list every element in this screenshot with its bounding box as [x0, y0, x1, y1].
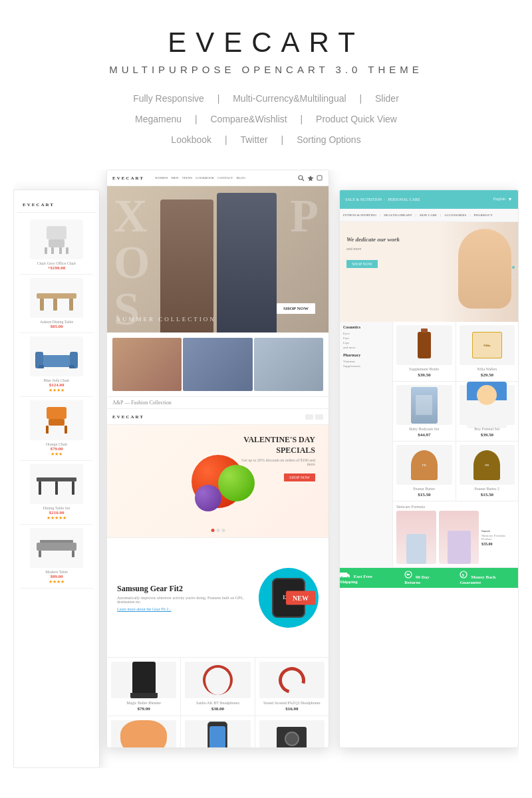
- feature-sorting: Sorting Options: [297, 134, 361, 145]
- sofa-stars: ★★★★: [23, 388, 90, 393]
- cat-eyes: Eyes: [343, 332, 389, 335]
- chair-img: [30, 219, 83, 259]
- h-dot-3: [512, 275, 515, 278]
- svg-point-27: [299, 176, 303, 180]
- fruit-grape: [195, 485, 221, 511]
- nilla-price: $29.50: [460, 372, 515, 378]
- supplement-bottle: [418, 332, 431, 358]
- bodysuit-shape: [411, 387, 438, 424]
- boy-price: $39.50: [460, 432, 515, 438]
- svg-rect-15: [47, 407, 66, 419]
- sep1: |: [217, 93, 223, 104]
- headphone2-name: Sound Around PAZQ3 Headphones: [259, 701, 325, 705]
- bodysuit-img: [396, 385, 452, 425]
- svg-rect-9: [53, 299, 57, 311]
- svg-rect-7: [40, 299, 44, 311]
- health-sub-nav: FITNESS & SPORTING | HEALTH LIBRARY | SK…: [340, 209, 518, 222]
- sep6: |: [281, 134, 287, 145]
- shop-btn-label: SHOP NOW: [277, 303, 315, 314]
- svg-rect-16: [49, 419, 65, 426]
- valentine-text: VALENTINE'S DAYSPECIALS Get up to 20% di…: [235, 435, 315, 481]
- product-grid-main: Magic Bullet Blender $79.99 Sanbu AK BT …: [107, 658, 329, 748]
- svg-rect-5: [59, 247, 62, 254]
- pharmacy-cat-label: Pharmacy: [343, 353, 389, 357]
- sub-nav-skin: SKIN CARE: [420, 213, 437, 217]
- sub-nav-sep4: |: [469, 213, 470, 217]
- val-btn[interactable]: SHOP NOW: [235, 469, 315, 481]
- food-section: VALENTINE'S DAYSPECIALS Get up to 20% di…: [107, 425, 329, 538]
- features-row-1: Fully Responsive | Multi-Currency&Multil…: [13, 88, 519, 109]
- shop-btn[interactable]: SHOP NOW: [277, 303, 315, 314]
- h-dot-1: [512, 266, 515, 269]
- feature-twitter: Twitter: [240, 134, 267, 145]
- pb2-price: $15.50: [460, 492, 515, 497]
- health-shop-btn[interactable]: SHOP NOW: [346, 256, 400, 268]
- pb2-name: Peanut Butter 2: [460, 487, 515, 491]
- svg-rect-21: [72, 481, 74, 495]
- health-nav-items: SALE & NUTRITION | PERSONAL CARE: [345, 198, 420, 201]
- pb1-price: $15.50: [396, 492, 452, 497]
- model-2: [217, 193, 277, 332]
- nilla-img: Nilla: [460, 325, 515, 365]
- product-blender: Magic Bullet Blender $79.99: [107, 658, 180, 716]
- health-prod-boy: Boy Formal Set $39.50: [456, 382, 519, 441]
- model-silhouettes: [160, 186, 280, 332]
- center-nav: EVECART WOMEN MEN TEENS LOOKBOOK CONTACT…: [107, 170, 329, 186]
- headphone1-img-cell: [185, 662, 250, 698]
- model-imgs-row: [107, 332, 329, 397]
- model-img-3: [254, 338, 323, 391]
- cat-lips: Lips: [343, 341, 389, 344]
- boy-shape: [467, 382, 507, 428]
- center-nav-items: WOMEN MEN TEENS LOOKBOOK CONTACT BLOG: [155, 176, 245, 180]
- svg-rect-8: [69, 299, 73, 311]
- peaches-shape: [120, 720, 167, 748]
- nav-sep: |: [384, 198, 385, 201]
- health-shop-label: SHOP NOW: [346, 260, 378, 268]
- sep2: |: [359, 93, 364, 104]
- bodysuit-name: Baby Bodysuit Set: [396, 427, 452, 431]
- h-dot-2: [512, 271, 515, 273]
- header: EVECART MULTIPURPOSE OPENCART 3.0 THEME …: [0, 0, 532, 163]
- nav-icons: [298, 175, 323, 182]
- blender-price: $79.99: [111, 706, 176, 712]
- lang-select: English: [493, 197, 505, 202]
- svg-rect-0: [47, 226, 66, 239]
- product-camera: HP Cafe Service Premium $107.46: [255, 716, 329, 748]
- skincare-section: Skincare Formula Sanofi Skincare Formula…: [393, 501, 518, 567]
- peaches-img-cell: [111, 720, 176, 748]
- svg-rect-25: [39, 551, 41, 557]
- svg-rect-17: [46, 426, 49, 434]
- nav-women: WOMEN: [155, 176, 168, 180]
- headphone2-shape: [274, 662, 311, 699]
- headphone2-img-cell: [259, 662, 325, 698]
- pb2-shape: PB: [473, 450, 500, 480]
- pb1-img: PB: [396, 445, 452, 485]
- tech-link[interactable]: Learn more about the Gear Fit 2...: [117, 607, 252, 611]
- blender-shape: [132, 662, 156, 698]
- boy-img: [460, 385, 515, 425]
- tech-text: Samsung Gear Fit2 Automatically improves…: [117, 584, 252, 611]
- tech-section: Samsung Gear Fit2 Automatically improves…: [107, 538, 329, 658]
- feature-lookbook: Lookbook: [171, 134, 211, 145]
- feature-megamenu: Megamenu: [135, 114, 182, 124]
- product-peaches: Super Organic Peaches $8.00: [107, 716, 180, 748]
- nav-men: MEN: [171, 176, 178, 180]
- sanofi-desc: Skincare Formula Product: [481, 534, 515, 541]
- nav-personal: PERSONAL CARE: [388, 198, 420, 201]
- headphone2-price: $16.98: [259, 706, 325, 712]
- feature-slider: Slider: [375, 93, 399, 104]
- dot-2: [221, 529, 225, 532]
- health-right-nav: English: [493, 197, 513, 202]
- svg-rect-14: [69, 365, 74, 368]
- face-img: [445, 229, 511, 315]
- svg-point-41: [347, 577, 349, 579]
- supplement-name: Supplement Bottle: [396, 367, 452, 371]
- health-hero: We dedicate our work and more SHOP NOW: [340, 222, 518, 322]
- nav-nutrition: SALE & NUTRITION: [345, 198, 382, 201]
- model-img-1: [112, 338, 182, 391]
- val-btn-label: SHOP NOW: [284, 473, 315, 481]
- sanofi-price: $35.00: [481, 542, 515, 546]
- product-headphone-2: Sound Around PAZQ3 Headphones $16.98: [255, 658, 329, 716]
- modern-stars: ★★★★: [23, 579, 90, 585]
- health-product-grid: Supplement Bottle $39.50 Nilla Nilla Waf…: [393, 322, 518, 501]
